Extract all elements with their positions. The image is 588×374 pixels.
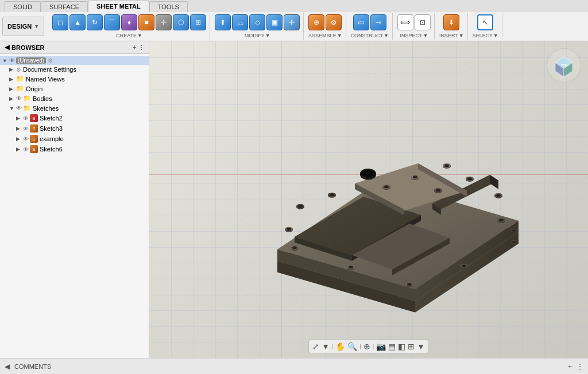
expand-arrow-bodies[interactable]: ▶ — [9, 96, 16, 102]
tree-item-sketches[interactable]: ▼ 👁 📁 Sketches — [0, 103, 149, 113]
comments-add-icon[interactable]: + — [568, 363, 572, 371]
viewport-nav: ⤢ ▼ | ✋ 🔍 | ⊕ | 📷 ▤ ◧ ⊞ ▼ — [308, 340, 429, 353]
chamfer-icon[interactable]: ◇ — [249, 14, 265, 30]
tree-item-origin[interactable]: ▶ 📁 Origin — [0, 84, 149, 94]
tree-item-doc-settings[interactable]: ▶ ⚙ Document Settings — [0, 65, 149, 74]
expand-arrow-sketch3[interactable]: ▶ — [16, 126, 23, 131]
toolbar: SOLID SURFACE SHEET METAL TOOLS DESIGN ▼… — [0, 0, 588, 41]
tree-item-unsaved[interactable]: ▼ 👁 (Unsaved) ⚙ — [0, 56, 149, 65]
grid-settings-icon[interactable]: ⊞ — [408, 342, 415, 351]
inspect-group: ⟺ ⊡ INSPECT ▼ — [394, 13, 435, 40]
eye-unsaved[interactable]: 👁 — [9, 57, 15, 64]
nav-dropdown2-icon[interactable]: ▼ — [417, 342, 425, 351]
mirror-icon[interactable]: ⬡ — [173, 14, 189, 30]
offset-plane-icon[interactable]: ▭ — [353, 14, 369, 30]
browser-add-icon[interactable]: + — [133, 44, 136, 50]
browser-header-icons: + ⋮ — [133, 44, 144, 50]
expand-arrow-sketch6[interactable]: ▶ — [16, 146, 23, 152]
svg-point-34 — [496, 194, 501, 197]
view-cube[interactable]: TOP — [547, 48, 581, 83]
loft-icon[interactable]: ♦ — [121, 14, 137, 30]
tree-item-bodies[interactable]: ▶ 👁 📁 Bodies — [0, 94, 149, 103]
expand-arrow-sketches[interactable]: ▼ — [9, 106, 16, 111]
nav-divider3: | — [373, 344, 374, 349]
expand-arrow-unsaved[interactable]: ▼ — [2, 58, 9, 64]
section-analysis-icon[interactable]: ⊡ — [415, 14, 431, 30]
expand-arrow-example[interactable]: ▶ — [16, 136, 23, 142]
construct-icons: ▭ ⊸ — [353, 14, 386, 30]
design-button[interactable]: DESIGN ▼ — [2, 17, 44, 36]
tree-item-sketch6[interactable]: ▶ 👁 S Sketch6 — [0, 144, 149, 154]
zoom-icon[interactable]: 🔍 — [347, 342, 357, 351]
inspect-label[interactable]: INSPECT ▼ — [400, 33, 428, 38]
select-cursor-icon[interactable]: ↖ — [477, 14, 493, 30]
modify-label[interactable]: MODIFY ▼ — [245, 33, 270, 38]
create-label[interactable]: CREATE ▼ — [116, 33, 142, 38]
joint-icon[interactable]: ⊕ — [308, 14, 324, 30]
svg-point-31 — [467, 177, 472, 180]
collapse-icon[interactable]: ◀ — [5, 44, 9, 51]
sweep-icon[interactable]: ⌒ — [104, 14, 120, 30]
axis-icon[interactable]: ⊸ — [370, 14, 386, 30]
named-views-label: Named Views — [26, 76, 65, 83]
tree-item-example[interactable]: ▶ 👁 S example — [0, 134, 149, 144]
insert-icons: ⬇ — [443, 14, 459, 30]
camera-icon[interactable]: 📷 — [376, 342, 386, 351]
tool-row: DESIGN ▼ ◻ ▲ ↻ ⌒ ♦ ■ ✛ ⬡ ⊞ CREATE ▼ — [0, 12, 588, 41]
expand-arrow-sketch2[interactable]: ▶ — [16, 115, 23, 121]
eye-sketch6[interactable]: 👁 — [23, 146, 29, 153]
select-label[interactable]: SELECT ▼ — [473, 33, 498, 38]
shell-icon[interactable]: ▣ — [266, 14, 283, 30]
modify-chevron-icon: ▼ — [265, 33, 270, 38]
measure-icon[interactable]: ⟺ — [397, 14, 413, 30]
svg-point-40 — [462, 264, 466, 267]
zoom-window-icon[interactable]: ⊕ — [363, 342, 370, 351]
browser-settings-icon[interactable]: ⋮ — [138, 44, 144, 50]
tab-tools[interactable]: TOOLS — [149, 1, 188, 12]
visual-style-icon[interactable]: ◧ — [398, 342, 405, 351]
move-icon[interactable]: ✛ — [156, 14, 172, 30]
comments-bar: ◀ COMMENTS + ⋮ — [0, 358, 588, 374]
viewport[interactable]: TOP ⤢ ▼ | ✋ 🔍 | ⊕ | 📷 ▤ ◧ ⊞ ▼ — [149, 41, 588, 358]
tab-surface[interactable]: SURFACE — [41, 1, 88, 12]
doc-settings-label: Document Settings — [23, 66, 76, 73]
settings-icon-small[interactable]: ⚙ — [48, 57, 53, 64]
display-settings-icon[interactable]: ▤ — [388, 342, 396, 351]
sketches-label: Sketches — [33, 105, 59, 112]
tree-item-named-views[interactable]: ▶ 📁 Named Views — [0, 74, 149, 84]
tab-solid[interactable]: SOLID — [5, 1, 41, 12]
expand-arrow-doc-settings[interactable]: ▶ — [9, 67, 16, 72]
eye-sketch3[interactable]: 👁 — [23, 126, 29, 132]
as-built-joint-icon[interactable]: ⊗ — [326, 14, 342, 30]
tree-item-sketch3[interactable]: ▶ 👁 S Sketch3 — [0, 123, 149, 134]
box-icon[interactable]: ■ — [138, 14, 154, 30]
construct-label[interactable]: CONSTRUCT ▼ — [351, 33, 389, 38]
expand-arrow-origin[interactable]: ▶ — [9, 86, 16, 92]
tab-sheet-metal[interactable]: SHEET METAL — [88, 1, 149, 12]
extrude-icon[interactable]: ▲ — [69, 14, 86, 30]
insert-label[interactable]: INSERT ▼ — [439, 33, 464, 38]
eye-example[interactable]: 👁 — [23, 136, 29, 142]
eye-sketch2[interactable]: 👁 — [23, 115, 29, 122]
move2-icon[interactable]: ✛ — [284, 14, 300, 30]
3d-part[interactable] — [243, 95, 541, 314]
svg-point-67 — [512, 241, 516, 243]
nav-dropdown-icon[interactable]: ▼ — [322, 342, 330, 351]
pattern-icon[interactable]: ⊞ — [190, 14, 206, 30]
revolve-icon[interactable]: ↻ — [87, 14, 103, 30]
comments-expand-icon[interactable]: ◀ — [5, 363, 10, 371]
tree-item-sketch2[interactable]: ▶ 👁 S Sketch2 — [0, 113, 149, 123]
new-component-icon[interactable]: ◻ — [52, 14, 68, 30]
eye-bodies[interactable]: 👁 — [16, 95, 22, 102]
svg-point-22 — [298, 205, 303, 208]
press-pull-icon[interactable]: ⬆ — [215, 14, 231, 30]
fit-all-icon[interactable]: ⤢ — [312, 342, 319, 351]
fillet-icon[interactable]: ⌓ — [232, 14, 248, 30]
assemble-label[interactable]: ASSEMBLE ▼ — [308, 33, 342, 38]
comments-settings-icon[interactable]: ⋮ — [577, 363, 583, 371]
eye-sketches[interactable]: 👁 — [16, 105, 22, 111]
insert-derive-icon[interactable]: ⬇ — [443, 14, 459, 30]
expand-arrow-named-views[interactable]: ▶ — [9, 76, 16, 82]
modify-group: ⬆ ⌓ ◇ ▣ ✛ MODIFY ▼ — [211, 13, 304, 40]
pan-icon[interactable]: ✋ — [335, 342, 345, 351]
